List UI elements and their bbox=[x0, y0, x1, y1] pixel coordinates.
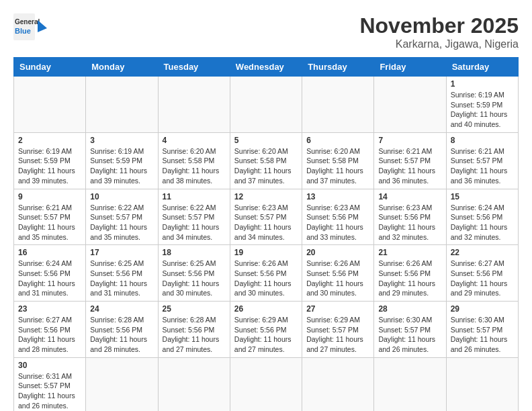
calendar-cell bbox=[446, 357, 518, 411]
weekday-header-friday: Friday bbox=[374, 58, 446, 77]
cell-info: Sunrise: 6:29 AM Sunset: 5:57 PM Dayligh… bbox=[306, 315, 369, 355]
calendar-cell bbox=[230, 357, 302, 411]
calendar-cell: 5Sunrise: 6:20 AM Sunset: 5:58 PM Daylig… bbox=[230, 132, 302, 189]
calendar-cell bbox=[86, 77, 158, 133]
day-number: 3 bbox=[90, 136, 153, 145]
day-number: 4 bbox=[163, 136, 226, 145]
week-row-2: 2Sunrise: 6:19 AM Sunset: 5:59 PM Daylig… bbox=[14, 132, 519, 189]
logo: General Blue bbox=[13, 13, 47, 40]
day-number: 11 bbox=[163, 192, 226, 201]
calendar-cell: 25Sunrise: 6:28 AM Sunset: 5:56 PM Dayli… bbox=[158, 302, 230, 358]
calendar-cell: 30Sunrise: 6:31 AM Sunset: 5:57 PM Dayli… bbox=[14, 357, 86, 411]
day-number: 6 bbox=[306, 136, 369, 145]
day-number: 28 bbox=[378, 304, 441, 314]
cell-info: Sunrise: 6:25 AM Sunset: 5:56 PM Dayligh… bbox=[90, 259, 153, 298]
calendar-cell: 4Sunrise: 6:20 AM Sunset: 5:58 PM Daylig… bbox=[158, 132, 230, 189]
day-number: 1 bbox=[451, 79, 514, 89]
calendar: SundayMondayTuesdayWednesdayThursdayFrid… bbox=[13, 57, 519, 411]
calendar-cell: 22Sunrise: 6:27 AM Sunset: 5:56 PM Dayli… bbox=[446, 245, 518, 302]
weekday-header-thursday: Thursday bbox=[302, 58, 374, 77]
calendar-cell: 13Sunrise: 6:23 AM Sunset: 5:56 PM Dayli… bbox=[302, 189, 374, 245]
weekday-header-wednesday: Wednesday bbox=[230, 58, 302, 77]
day-number: 22 bbox=[451, 248, 514, 257]
calendar-cell: 8Sunrise: 6:21 AM Sunset: 5:57 PM Daylig… bbox=[446, 132, 518, 189]
day-number: 15 bbox=[451, 192, 514, 201]
week-row-5: 23Sunrise: 6:27 AM Sunset: 5:56 PM Dayli… bbox=[14, 302, 519, 358]
cell-info: Sunrise: 6:26 AM Sunset: 5:56 PM Dayligh… bbox=[234, 259, 298, 298]
day-number: 17 bbox=[90, 248, 153, 257]
calendar-cell bbox=[302, 77, 374, 133]
day-number: 24 bbox=[90, 304, 153, 314]
weekday-header-sunday: Sunday bbox=[14, 58, 86, 77]
calendar-cell: 15Sunrise: 6:24 AM Sunset: 5:56 PM Dayli… bbox=[446, 189, 518, 245]
cell-info: Sunrise: 6:27 AM Sunset: 5:56 PM Dayligh… bbox=[18, 315, 81, 355]
calendar-cell: 1Sunrise: 6:19 AM Sunset: 5:59 PM Daylig… bbox=[446, 77, 518, 133]
day-number: 30 bbox=[18, 361, 81, 370]
cell-info: Sunrise: 6:23 AM Sunset: 5:56 PM Dayligh… bbox=[306, 203, 369, 242]
weekday-header-saturday: Saturday bbox=[446, 58, 518, 77]
calendar-cell bbox=[230, 77, 302, 133]
cell-info: Sunrise: 6:29 AM Sunset: 5:56 PM Dayligh… bbox=[234, 315, 298, 355]
cell-info: Sunrise: 6:21 AM Sunset: 5:57 PM Dayligh… bbox=[378, 146, 441, 186]
calendar-cell: 9Sunrise: 6:21 AM Sunset: 5:57 PM Daylig… bbox=[14, 189, 86, 245]
cell-info: Sunrise: 6:27 AM Sunset: 5:56 PM Dayligh… bbox=[451, 259, 514, 298]
month-title: November 2025 bbox=[359, 13, 519, 38]
cell-info: Sunrise: 6:19 AM Sunset: 5:59 PM Dayligh… bbox=[90, 146, 153, 186]
calendar-cell bbox=[302, 357, 374, 411]
day-number: 18 bbox=[163, 248, 226, 257]
calendar-cell: 24Sunrise: 6:28 AM Sunset: 5:56 PM Dayli… bbox=[86, 302, 158, 358]
cell-info: Sunrise: 6:22 AM Sunset: 5:57 PM Dayligh… bbox=[163, 203, 226, 242]
day-number: 16 bbox=[18, 248, 81, 257]
calendar-cell: 27Sunrise: 6:29 AM Sunset: 5:57 PM Dayli… bbox=[302, 302, 374, 358]
day-number: 2 bbox=[18, 136, 81, 145]
calendar-cell: 16Sunrise: 6:24 AM Sunset: 5:56 PM Dayli… bbox=[14, 245, 86, 302]
calendar-cell bbox=[14, 77, 86, 133]
calendar-cell: 3Sunrise: 6:19 AM Sunset: 5:59 PM Daylig… bbox=[86, 132, 158, 189]
day-number: 9 bbox=[18, 192, 81, 201]
calendar-cell bbox=[374, 357, 446, 411]
cell-info: Sunrise: 6:19 AM Sunset: 5:59 PM Dayligh… bbox=[18, 146, 81, 186]
cell-info: Sunrise: 6:22 AM Sunset: 5:57 PM Dayligh… bbox=[90, 203, 153, 242]
location-title: Karkarna, Jigawa, Nigeria bbox=[359, 38, 519, 50]
cell-info: Sunrise: 6:19 AM Sunset: 5:59 PM Dayligh… bbox=[451, 90, 514, 130]
week-row-1: 1Sunrise: 6:19 AM Sunset: 5:59 PM Daylig… bbox=[14, 77, 519, 133]
weekday-header-monday: Monday bbox=[86, 58, 158, 77]
weekday-header-row: SundayMondayTuesdayWednesdayThursdayFrid… bbox=[14, 58, 519, 77]
calendar-cell: 23Sunrise: 6:27 AM Sunset: 5:56 PM Dayli… bbox=[14, 302, 86, 358]
day-number: 8 bbox=[451, 136, 514, 145]
cell-info: Sunrise: 6:20 AM Sunset: 5:58 PM Dayligh… bbox=[234, 146, 298, 186]
day-number: 20 bbox=[306, 248, 369, 257]
svg-text:General: General bbox=[15, 18, 40, 26]
cell-info: Sunrise: 6:25 AM Sunset: 5:56 PM Dayligh… bbox=[163, 259, 226, 298]
calendar-cell bbox=[158, 357, 230, 411]
calendar-cell: 7Sunrise: 6:21 AM Sunset: 5:57 PM Daylig… bbox=[374, 132, 446, 189]
logo-svg: General Blue bbox=[13, 13, 47, 40]
cell-info: Sunrise: 6:30 AM Sunset: 5:57 PM Dayligh… bbox=[378, 315, 441, 355]
calendar-cell: 12Sunrise: 6:23 AM Sunset: 5:57 PM Dayli… bbox=[230, 189, 302, 245]
calendar-cell: 14Sunrise: 6:23 AM Sunset: 5:56 PM Dayli… bbox=[374, 189, 446, 245]
cell-info: Sunrise: 6:28 AM Sunset: 5:56 PM Dayligh… bbox=[90, 315, 153, 355]
day-number: 14 bbox=[378, 192, 441, 201]
calendar-cell: 17Sunrise: 6:25 AM Sunset: 5:56 PM Dayli… bbox=[86, 245, 158, 302]
calendar-cell: 19Sunrise: 6:26 AM Sunset: 5:56 PM Dayli… bbox=[230, 245, 302, 302]
cell-info: Sunrise: 6:31 AM Sunset: 5:57 PM Dayligh… bbox=[18, 371, 81, 411]
cell-info: Sunrise: 6:26 AM Sunset: 5:56 PM Dayligh… bbox=[306, 259, 369, 298]
cell-info: Sunrise: 6:26 AM Sunset: 5:56 PM Dayligh… bbox=[378, 259, 441, 298]
calendar-cell: 29Sunrise: 6:30 AM Sunset: 5:57 PM Dayli… bbox=[446, 302, 518, 358]
title-block: November 2025 Karkarna, Jigawa, Nigeria bbox=[359, 13, 519, 50]
svg-text:Blue: Blue bbox=[15, 27, 31, 35]
day-number: 23 bbox=[18, 304, 81, 314]
day-number: 13 bbox=[306, 192, 369, 201]
day-number: 27 bbox=[306, 304, 369, 314]
week-row-6: 30Sunrise: 6:31 AM Sunset: 5:57 PM Dayli… bbox=[14, 357, 519, 411]
week-row-3: 9Sunrise: 6:21 AM Sunset: 5:57 PM Daylig… bbox=[14, 189, 519, 245]
calendar-cell: 18Sunrise: 6:25 AM Sunset: 5:56 PM Dayli… bbox=[158, 245, 230, 302]
day-number: 12 bbox=[234, 192, 298, 201]
svg-marker-3 bbox=[38, 20, 47, 32]
cell-info: Sunrise: 6:23 AM Sunset: 5:56 PM Dayligh… bbox=[378, 203, 441, 242]
cell-info: Sunrise: 6:21 AM Sunset: 5:57 PM Dayligh… bbox=[18, 203, 81, 242]
day-number: 10 bbox=[90, 192, 153, 201]
cell-info: Sunrise: 6:23 AM Sunset: 5:57 PM Dayligh… bbox=[234, 203, 298, 242]
calendar-cell bbox=[86, 357, 158, 411]
calendar-cell: 10Sunrise: 6:22 AM Sunset: 5:57 PM Dayli… bbox=[86, 189, 158, 245]
